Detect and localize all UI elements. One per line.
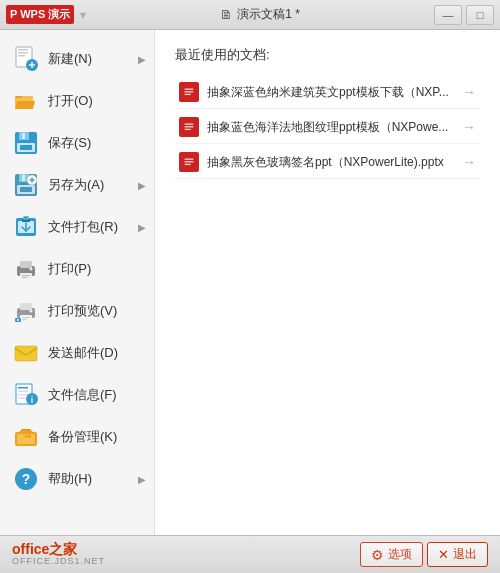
print-icon	[12, 255, 40, 283]
pack-arrow: ▶	[138, 222, 146, 233]
svg-rect-62	[185, 159, 194, 160]
title-bar-left: P WPS 演示 ▾	[6, 5, 86, 24]
recent-item-icon-0	[179, 82, 199, 102]
recent-item-icon-2	[179, 152, 199, 172]
svg-text:?: ?	[22, 471, 31, 487]
wps-logo: P WPS 演示	[6, 5, 74, 24]
svg-rect-36	[22, 319, 27, 320]
saveas-arrow: ▶	[138, 180, 146, 191]
svg-point-31	[30, 268, 33, 271]
sidebar-item-save[interactable]: 保存(S)	[0, 122, 154, 164]
svg-rect-56	[185, 94, 191, 95]
doc-icon: 🗎	[220, 7, 233, 22]
svg-rect-43	[18, 387, 28, 389]
title-bar: P WPS 演示 ▾ 🗎 演示文稿1 * — □	[0, 0, 500, 30]
open-icon	[12, 87, 40, 115]
office-logo: office之家 OFFICE.JDS1.NET	[12, 542, 105, 567]
sidebar-item-info[interactable]: i 文件信息(F)	[0, 374, 154, 416]
window-controls[interactable]: — □	[434, 5, 494, 25]
exit-label: 退出	[453, 546, 477, 563]
svg-rect-60	[185, 129, 191, 130]
print-label: 打印(P)	[48, 260, 91, 278]
options-label: 选项	[388, 546, 412, 563]
svg-rect-35	[22, 317, 30, 318]
svg-rect-15	[22, 175, 25, 181]
recent-item-name-0: 抽象深蓝色纳米建筑英文ppt模板下载（NXP...	[207, 84, 454, 101]
gear-icon: ⚙	[371, 547, 384, 563]
svg-rect-59	[185, 126, 194, 127]
title-separator: ▾	[80, 8, 86, 22]
recent-title: 最近使用的文档:	[175, 46, 480, 64]
save-label: 保存(S)	[48, 134, 91, 152]
help-label: 帮助(H)	[48, 470, 92, 488]
document-title-area: 🗎 演示文稿1 *	[220, 6, 300, 23]
office-text: office之家	[12, 542, 105, 557]
new-arrow: ▶	[138, 54, 146, 65]
sidebar-item-print[interactable]: 打印(P)	[0, 248, 154, 290]
help-icon: ?	[12, 465, 40, 493]
new-icon	[12, 45, 40, 73]
svg-rect-3	[18, 55, 25, 57]
bottom-bar: office之家 OFFICE.JDS1.NET ⚙ 选项 ✕ 退出	[0, 535, 500, 573]
svg-rect-44	[18, 391, 28, 393]
svg-rect-54	[185, 89, 194, 90]
email-label: 发送邮件(D)	[48, 344, 118, 362]
svg-rect-24	[23, 216, 29, 219]
document-title: 演示文稿1 *	[237, 6, 300, 23]
recent-item-pin-0[interactable]: →	[462, 84, 476, 100]
sidebar-item-email[interactable]: 发送邮件(D)	[0, 332, 154, 374]
recent-item-pin-2[interactable]: →	[462, 154, 476, 170]
exit-button[interactable]: ✕ 退出	[427, 542, 488, 567]
preview-label: 打印预览(V)	[48, 302, 117, 320]
exit-icon: ✕	[438, 547, 449, 562]
recent-item-0[interactable]: 抽象深蓝色纳米建筑英文ppt模板下载（NXP... →	[175, 76, 480, 109]
saveas-icon	[12, 171, 40, 199]
sidebar-item-new[interactable]: 新建(N) ▶	[0, 38, 154, 80]
sidebar-item-open[interactable]: 打开(O)	[0, 80, 154, 122]
svg-rect-12	[20, 145, 32, 150]
save-icon	[12, 129, 40, 157]
svg-rect-58	[185, 124, 194, 125]
maximize-button[interactable]: □	[466, 5, 494, 25]
backup-label: 备份管理(K)	[48, 428, 117, 446]
svg-rect-6	[31, 62, 32, 68]
recent-item-name-2: 抽象黑灰色玻璃签名ppt（NXPowerLite).pptx	[207, 154, 454, 171]
recent-item-1[interactable]: 抽象蓝色海洋法地图纹理ppt模板（NXPowe... →	[175, 111, 480, 144]
help-arrow: ▶	[138, 474, 146, 485]
recent-item-2[interactable]: 抽象黑灰色玻璃签名ppt（NXPowerLite).pptx →	[175, 146, 480, 179]
svg-rect-46	[18, 398, 25, 400]
office-sub: OFFICE.JDS1.NET	[12, 557, 105, 567]
new-label: 新建(N)	[48, 50, 92, 68]
pack-label: 文件打包(R)	[48, 218, 118, 236]
info-label: 文件信息(F)	[48, 386, 117, 404]
minimize-button[interactable]: —	[434, 5, 462, 25]
options-button[interactable]: ⚙ 选项	[360, 542, 423, 567]
svg-rect-17	[20, 187, 32, 192]
sidebar-item-pack[interactable]: 文件打包(R) ▶	[0, 206, 154, 248]
svg-rect-55	[185, 91, 194, 92]
preview-icon	[12, 297, 40, 325]
sidebar-item-saveas[interactable]: 另存为(A) ▶	[0, 164, 154, 206]
sidebar: 新建(N) ▶ 打开(O)	[0, 30, 155, 535]
svg-rect-30	[22, 277, 27, 278]
recent-item-name-1: 抽象蓝色海洋法地图纹理ppt模板（NXPowe...	[207, 119, 454, 136]
recent-item-pin-1[interactable]: →	[462, 119, 476, 135]
svg-rect-20	[31, 178, 32, 183]
saveas-label: 另存为(A)	[48, 176, 104, 194]
svg-text:i: i	[31, 395, 34, 405]
sidebar-item-backup[interactable]: 备份管理(K)	[0, 416, 154, 458]
svg-rect-2	[18, 52, 28, 54]
svg-point-39	[17, 319, 19, 321]
svg-rect-27	[20, 261, 32, 268]
backup-icon	[12, 423, 40, 451]
email-icon	[12, 339, 40, 367]
sidebar-item-help[interactable]: ? 帮助(H) ▶	[0, 458, 154, 500]
info-icon: i	[12, 381, 40, 409]
main-container: 新建(N) ▶ 打开(O)	[0, 30, 500, 535]
svg-rect-10	[22, 133, 25, 139]
recent-item-icon-1	[179, 117, 199, 137]
svg-rect-41	[15, 346, 37, 361]
sidebar-item-preview[interactable]: 打印预览(V)	[0, 290, 154, 332]
bottom-buttons: ⚙ 选项 ✕ 退出	[360, 542, 488, 567]
open-label: 打开(O)	[48, 92, 93, 110]
